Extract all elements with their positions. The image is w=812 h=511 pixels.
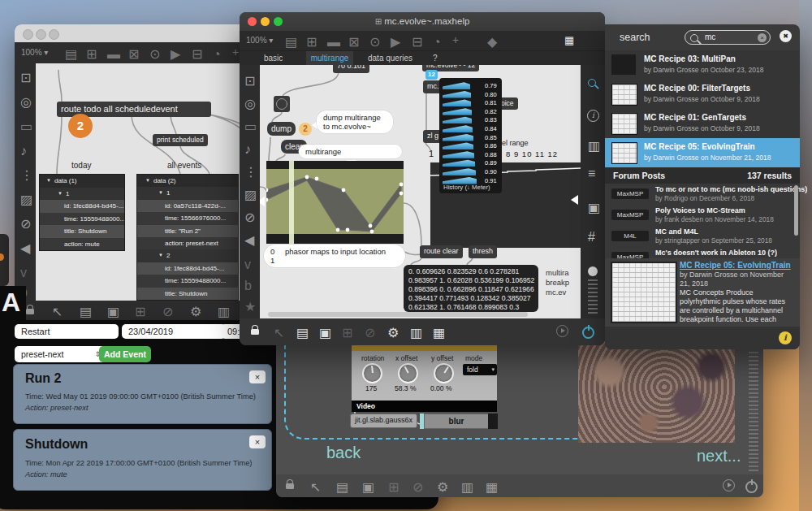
zoom-level[interactable]: 100% ▾ [21,49,48,57]
panel-tool-icon[interactable]: ▤ [65,48,77,61]
dial-tool-icon[interactable]: ⊙ [149,48,160,61]
forum-post[interactable]: M4L MC and M4L by stringtapper on Septem… [605,226,800,248]
action-select[interactable]: preset-next ⇕ [15,346,106,362]
search-value[interactable]: mc [705,31,715,44]
close-sidebar-icon[interactable]: ✖ [780,30,792,42]
plug-icon[interactable]: ◀ [244,234,254,247]
audio-icon[interactable]: ◎ [244,97,256,110]
presentation-icon[interactable]: ▤ [336,481,348,494]
mode-dropdown[interactable]: fold ▾ [463,364,497,375]
zoom-traffic-light[interactable] [49,29,59,40]
route-clear-object-box[interactable]: route clear [420,245,463,258]
dial-tool-icon[interactable]: ⊙ [369,36,380,49]
info-badge[interactable]: i [779,331,792,344]
erase-tool-icon[interactable]: ⊠ [348,36,359,49]
disclosure-icon[interactable]: ▼ [158,187,163,199]
plus-tool-icon[interactable]: + [232,46,239,58]
audio-icon[interactable]: ◎ [20,96,32,109]
number-box-partial[interactable]: 70 0.101 [333,65,369,73]
attach-icon[interactable]: ⊘ [244,211,255,224]
wrench-icon[interactable]: ⚙ [437,481,448,494]
close-traffic-light[interactable] [23,29,33,40]
zoom-ribbon[interactable] [749,351,758,471]
attach-icon[interactable]: ⊘ [20,218,31,231]
all-events-dict-view[interactable]: ▼data (2) ▼1 id: 0a57c118-422d-... time:… [136,174,239,301]
forum-post[interactable]: MaxMSP Mc's doesn't work in Ableton 10 (… [605,247,800,258]
lock-icon[interactable] [251,324,259,337]
zoom-slider-knob[interactable] [588,266,598,276]
piano-icon[interactable]: ▥ [461,481,473,494]
rotation-knob[interactable] [362,363,382,383]
disclosure-icon[interactable]: ▼ [145,175,150,187]
vizzie-icon[interactable]: v [20,266,27,279]
play-circle-icon[interactable] [556,325,568,340]
clock-tool-icon[interactable]: ◔ [433,36,441,49]
minus-tool-icon[interactable]: ⊟ [412,36,422,49]
comment-tool-icon[interactable]: ▬ [107,48,120,61]
grid-view-icon[interactable]: ▦ [564,35,574,45]
reference-icon[interactable]: ▥ [588,140,600,153]
keyboard-icon[interactable]: ▦ [433,327,445,340]
erase-tool-icon[interactable]: ⊠ [128,48,139,61]
close-card-button[interactable]: × [249,370,266,383]
thresh-object-box[interactable]: thresh [469,245,497,258]
presentation-icon[interactable]: ▤ [296,327,309,340]
play-circle-icon[interactable] [723,479,735,494]
x-offset-knob[interactable] [398,363,418,383]
play-tool-icon[interactable]: ▶ [171,48,180,61]
select-icon[interactable]: ↖ [52,305,63,318]
lock-icon[interactable] [286,479,294,492]
mixer-icon[interactable]: # [588,231,595,244]
select-icon[interactable]: ↖ [274,327,284,340]
sequence-icon[interactable]: ⋮ [20,169,33,182]
minus-tool-icon[interactable]: ⊟ [192,48,202,61]
piano-icon[interactable]: ▥ [218,305,230,318]
image-icon[interactable]: ▨ [244,188,257,201]
image-icon[interactable]: ▨ [20,193,32,206]
layers-icon[interactable]: ▣ [362,481,374,494]
midi-icon[interactable]: ♪ [244,143,251,156]
favorites-icon[interactable]: ★ [244,301,256,314]
plug-icon[interactable]: ◀ [20,242,30,255]
search-result[interactable]: MC Recipe 03: MultiPan by Darwin Grosse … [605,50,800,80]
next-link[interactable]: next... [697,447,741,466]
paint-tool-icon[interactable]: ◆ [487,36,497,49]
search-result[interactable]: MC Recipe 00: FilterTargets by Darwin Gr… [605,80,800,110]
beap-icon[interactable]: b [244,279,252,292]
left-titlebar[interactable] [15,24,268,42]
panel-tool-icon[interactable]: ▤ [285,36,297,49]
keyboard-icon[interactable]: ▦ [486,481,498,494]
attach-icon[interactable]: ⊘ [162,305,173,318]
wrench-icon[interactable]: ⚙ [387,327,399,340]
snapshot-icon[interactable]: ▣ [588,201,600,214]
event-name-field[interactable] [15,324,119,339]
power-icon[interactable] [582,327,594,341]
layers-icon[interactable]: ▣ [107,305,119,318]
close-card-button[interactable]: × [249,435,266,448]
disclosure-icon[interactable]: ▼ [58,188,63,201]
play-tool-icon[interactable]: ▶ [391,36,400,49]
blur-button[interactable]: blur [424,414,489,429]
search-result-selected[interactable]: MC Recipe 05: EvolvingTrain by Darwin Gr… [605,138,800,167]
post-title[interactable]: Mc's doesn't work in Ableton 10 (?) [655,249,777,257]
grid-icon[interactable]: ⊞ [135,305,145,318]
multirange-body[interactable] [266,169,404,234]
vizzie-icon[interactable]: v [244,258,251,271]
object-tool-icon[interactable]: ⊞ [306,36,317,49]
midi-icon[interactable]: ♪ [20,145,27,158]
tab-basic[interactable]: basic [264,54,283,63]
dump-message-box[interactable]: dump [267,122,296,136]
y-offset-value[interactable]: 0.00 % [430,384,451,392]
forum-post[interactable]: MaxMSP Poly Voices to MC-Stream by frank… [605,205,800,227]
print-object-box[interactable]: print scheduled [153,134,208,146]
piano-icon[interactable]: ▥ [410,327,422,340]
power-icon[interactable] [745,481,758,496]
attach-icon[interactable]: ⊘ [412,481,423,494]
comment-tool-icon[interactable]: ▬ [327,36,340,49]
layers-icon[interactable]: ▣ [319,327,331,340]
rotation-value[interactable]: 175 [365,384,377,392]
post-title[interactable]: To mc or not to mc (mc noob-ish question… [655,185,807,193]
objects-icon[interactable]: ⊡ [20,71,31,84]
disclosure-icon[interactable]: ▼ [46,175,51,188]
event-date-field[interactable] [122,324,226,339]
